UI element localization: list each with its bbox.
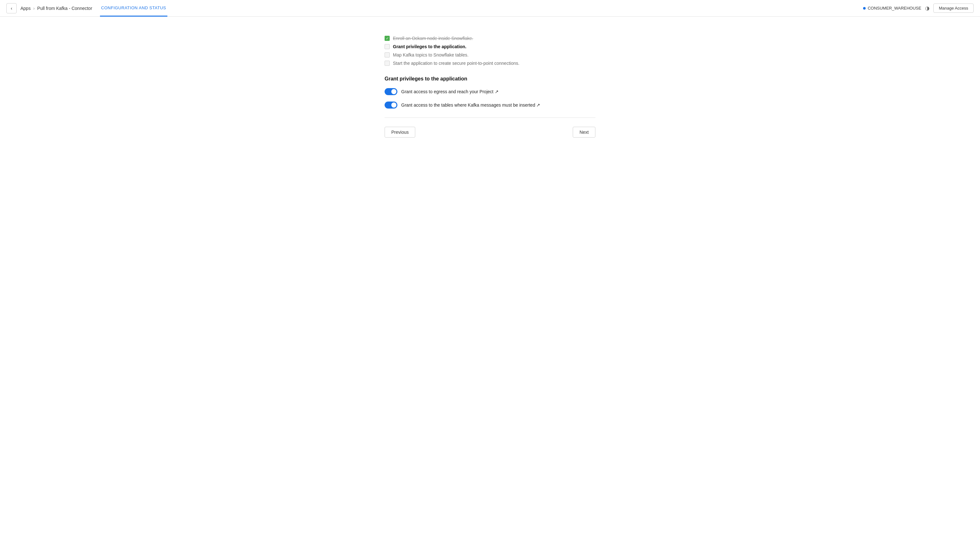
section-title: Grant privileges to the application: [385, 76, 595, 82]
warehouse-dot-icon: [863, 7, 866, 10]
step-label: Map Kafka topics to Snowflake tables.: [393, 52, 469, 57]
warehouse-name: CONSUMER_WAREHOUSE: [868, 6, 921, 10]
back-icon: ‹: [11, 6, 12, 11]
step-checkbox: [385, 52, 390, 57]
step-checkbox: [385, 61, 390, 66]
toggle-item: Grant access to egress and reach your Pr…: [385, 88, 595, 95]
warehouse-badge: CONSUMER_WAREHOUSE: [863, 6, 921, 10]
step-label: Start the application to create secure p…: [393, 61, 519, 66]
back-button[interactable]: ‹: [7, 3, 17, 13]
step-checkbox: [385, 36, 390, 41]
toggle-tables[interactable]: [385, 102, 397, 108]
step-item: Map Kafka topics to Snowflake tables.: [385, 52, 595, 57]
step-item: Start the application to create secure p…: [385, 61, 595, 66]
header-right: CONSUMER_WAREHOUSE ◑ Manage Access: [863, 3, 973, 13]
step-checkbox: [385, 44, 390, 49]
breadcrumb-separator: ›: [33, 6, 35, 11]
toggle-thumb: [391, 102, 396, 108]
toggle-label: Grant access to egress and reach your Pr…: [401, 89, 499, 94]
toggle-egress[interactable]: [385, 88, 397, 95]
step-label: Grant privileges to the application.: [393, 44, 466, 49]
steps-list: Enroll an Ockam node inside Snowflake.Gr…: [385, 36, 595, 66]
toggle-item: Grant access to the tables where Kafka m…: [385, 102, 595, 108]
divider: [385, 117, 595, 118]
step-label: Enroll an Ockam node inside Snowflake.: [393, 36, 473, 41]
toggles-container: Grant access to egress and reach your Pr…: [385, 88, 595, 108]
step-item: Grant privileges to the application.: [385, 44, 595, 49]
nav-tabs: CONFIGURATION AND STATUS: [100, 0, 167, 17]
manage-access-button[interactable]: Manage Access: [933, 3, 973, 13]
main-content: Enroll an Ockam node inside Snowflake.Gr…: [378, 36, 602, 138]
tab-configuration-status[interactable]: CONFIGURATION AND STATUS: [100, 0, 167, 17]
toggle-label: Grant access to the tables where Kafka m…: [401, 102, 540, 108]
toggle-thumb: [391, 89, 396, 94]
nav-apps-link[interactable]: Apps: [20, 6, 31, 11]
next-button[interactable]: Next: [573, 127, 595, 138]
shield-icon: ◑: [925, 5, 930, 11]
bottom-buttons: Previous Next: [385, 127, 595, 138]
toggle-track: [385, 102, 397, 108]
step-item: Enroll an Ockam node inside Snowflake.: [385, 36, 595, 41]
previous-button[interactable]: Previous: [385, 127, 415, 138]
nav-connector-label: Pull from Kafka - Connector: [37, 6, 92, 11]
toggle-track: [385, 88, 397, 95]
header: ‹ Apps › Pull from Kafka - Connector CON…: [0, 0, 980, 17]
